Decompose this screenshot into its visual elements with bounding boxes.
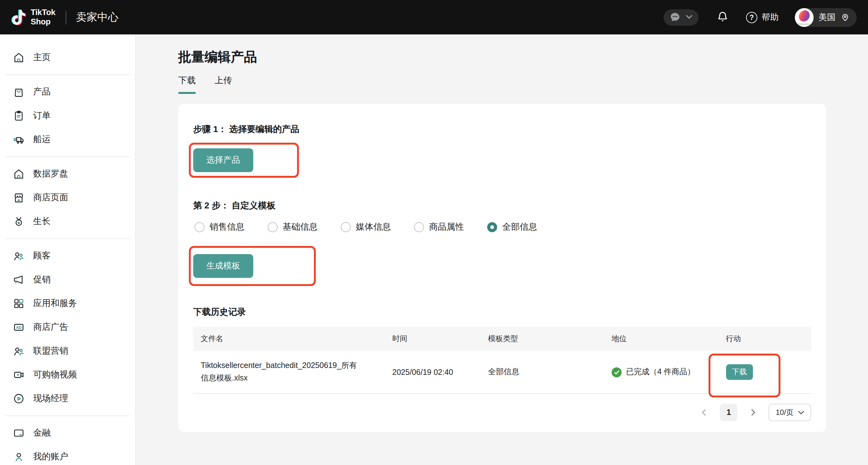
shoppable-video-icon	[12, 369, 25, 381]
help-circle-icon: ?	[746, 11, 757, 23]
radio-circle-icon	[194, 222, 205, 232]
status-text: 已完成（4 件商品）	[626, 367, 695, 377]
cell-action: 下载	[718, 351, 811, 393]
radio-all-info[interactable]: 全部信息	[487, 222, 537, 233]
notifications-button[interactable]	[715, 10, 730, 25]
sidebar-item-growth[interactable]: 生长	[0, 210, 135, 233]
cell-time: 2025/06/19 02:40	[385, 351, 480, 393]
sidebar-item-shop-page[interactable]: 商店页面	[0, 186, 135, 210]
help-label: 帮助	[762, 11, 779, 23]
cell-file-name: Tiktoksellercenter_batchedit_20250619_所有…	[193, 351, 385, 393]
chevron-right-icon	[749, 409, 757, 416]
radio-sales-info[interactable]: 销售信息	[194, 222, 245, 233]
shipping-truck-icon	[12, 133, 25, 146]
column-status: 地位	[604, 327, 718, 351]
select-products-button[interactable]: 选择产品	[193, 148, 253, 172]
pagination: 1 10/页	[193, 404, 811, 421]
download-history-table: 文件名 时间 模板类型 地位 行动 Tiktoksellercenter_bat…	[193, 327, 811, 394]
page-number-current[interactable]: 1	[720, 404, 738, 421]
tab-bar: 下载 上传	[178, 75, 847, 94]
sidebar-item-shipping[interactable]: 船运	[0, 128, 135, 151]
app-name: 卖家中心	[76, 10, 119, 24]
tiktok-seller-center-window: TikTok Shop 卖家中心 ? 帮助 LOREM IPSUM 美国	[0, 0, 868, 465]
region-label: 美国	[818, 11, 835, 23]
avatar: LOREM IPSUM	[795, 8, 814, 27]
location-pin-icon	[840, 12, 850, 22]
sidebar-item-products[interactable]: 产品	[0, 80, 135, 104]
check-circle-icon	[612, 367, 622, 377]
batch-edit-card: 步骤 1： 选择要编辑的产品 选择产品 第 2 步： 自定义模板 销售信息 基础…	[178, 104, 826, 432]
radio-selected-icon	[487, 222, 497, 232]
sidebar-item-customers[interactable]: 顾客	[0, 244, 135, 268]
chat-menu-button[interactable]	[663, 9, 699, 25]
active-tab-underline	[178, 92, 196, 94]
column-time: 时间	[385, 327, 480, 351]
tab-upload[interactable]: 上传	[215, 75, 232, 94]
sidebar-item-live-manager[interactable]: 现场经理	[0, 387, 135, 411]
sidebar-item-my-account[interactable]: 我的账户	[0, 445, 135, 465]
sidebar-item-finance[interactable]: 金融	[0, 421, 135, 445]
my-account-icon	[12, 451, 25, 463]
account-region-button[interactable]: LOREM IPSUM 美国	[795, 8, 857, 27]
step1-button-area: 选择产品	[193, 148, 253, 172]
download-button[interactable]: 下载	[726, 364, 753, 380]
svg-text:AD: AD	[16, 325, 22, 330]
step2-title: 第 2 步： 自定义模板	[193, 200, 811, 211]
column-action: 行动	[718, 327, 811, 351]
radio-circle-icon	[341, 222, 351, 232]
chevron-left-icon	[701, 409, 708, 416]
products-bag-icon	[12, 86, 25, 98]
home-icon	[12, 51, 25, 64]
sidebar-divider	[5, 156, 130, 157]
sidebar-divider	[5, 75, 130, 75]
sidebar-item-orders[interactable]: 订单	[0, 104, 135, 128]
step1-title: 步骤 1： 选择要编辑的产品	[193, 124, 811, 135]
brand-wordmark: TikTok Shop	[31, 8, 55, 26]
table-header-row: 文件名 时间 模板类型 地位 行动	[193, 327, 811, 351]
orders-clipboard-icon	[12, 110, 25, 122]
generate-template-button[interactable]: 生成模板	[193, 254, 253, 278]
sidebar-item-affiliate[interactable]: 联盟营销	[0, 339, 135, 363]
sidebar-nav: 主页 产品 订单 船运 数据罗盘 商店页面	[0, 34, 136, 465]
affiliate-marketing-icon	[12, 345, 25, 357]
shop-ads-icon: AD	[12, 321, 25, 333]
main-content: 批量编辑产品 下载 上传 步骤 1： 选择要编辑的产品 选择产品	[136, 34, 868, 465]
customers-icon	[12, 250, 25, 262]
page-title: 批量编辑产品	[178, 48, 847, 66]
page-size-select[interactable]: 10/页	[769, 404, 811, 421]
sidebar-divider	[5, 415, 130, 416]
sidebar-divider	[5, 238, 130, 239]
bell-icon	[716, 11, 729, 24]
column-file-name: 文件名	[193, 327, 385, 351]
chat-bubble-icon	[670, 12, 680, 23]
chevron-down-icon	[798, 410, 804, 415]
growth-medal-icon	[12, 215, 25, 228]
table-row: Tiktoksellercenter_batchedit_20250619_所有…	[193, 351, 811, 393]
header-divider	[65, 10, 66, 24]
sidebar-item-data-compass[interactable]: 数据罗盘	[0, 162, 135, 186]
live-manager-icon	[12, 393, 25, 405]
data-compass-icon	[12, 168, 25, 180]
chevron-down-icon	[686, 15, 692, 20]
tiktok-shop-logo[interactable]: TikTok Shop	[11, 8, 55, 26]
finance-card-icon	[12, 427, 25, 439]
radio-basic-info[interactable]: 基础信息	[268, 222, 318, 233]
template-type-radio-group: 销售信息 基础信息 媒体信息 商品属性	[193, 222, 811, 233]
sidebar-item-shoppable-video[interactable]: 可购物视频	[0, 363, 135, 387]
apps-services-grid-icon	[12, 297, 25, 310]
radio-product-attributes[interactable]: 商品属性	[414, 222, 464, 233]
tab-download[interactable]: 下载	[178, 75, 196, 94]
sidebar-item-promotions[interactable]: 促销	[0, 268, 135, 292]
radio-circle-icon	[268, 222, 278, 232]
sidebar-item-home[interactable]: 主页	[0, 46, 135, 69]
help-button[interactable]: ? 帮助	[746, 11, 779, 23]
column-template-type: 模板类型	[480, 327, 604, 351]
step2-button-area: 生成模板	[193, 254, 253, 278]
shop-page-storefront-icon	[12, 192, 25, 204]
sidebar-item-apps-services[interactable]: 应用和服务	[0, 292, 135, 315]
radio-media-info[interactable]: 媒体信息	[341, 222, 391, 233]
sidebar-item-shop-ads[interactable]: AD 商店广告	[0, 315, 135, 339]
previous-page-button[interactable]	[697, 405, 712, 420]
tiktok-note-icon	[11, 9, 26, 26]
next-page-button[interactable]	[746, 405, 761, 420]
